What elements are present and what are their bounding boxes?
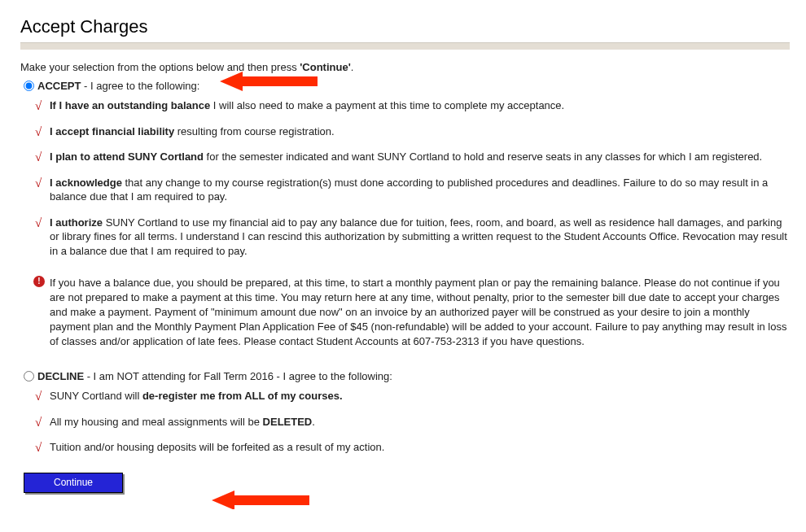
accept-term-5-rest: SUNY Cortland to use my financial aid to… bbox=[50, 216, 787, 257]
instruction-bold: 'Continue' bbox=[300, 61, 351, 73]
checkmark-icon: √ bbox=[35, 439, 42, 456]
accept-term-5-lead: I authorize bbox=[50, 216, 103, 229]
decline-term-2-pre: All my housing and meal assignments will… bbox=[50, 416, 263, 428]
accept-terms-list: √ If I have an outstanding balance I wil… bbox=[35, 98, 790, 258]
balance-notice: ! If you have a balance due, you should … bbox=[35, 276, 790, 349]
accept-option-row[interactable]: ACCEPT - I agree to the following: bbox=[24, 80, 790, 92]
accept-term-1-rest: I will also need to make a payment at th… bbox=[210, 99, 564, 111]
decline-term-2: √ All my housing and meal assignments wi… bbox=[35, 415, 790, 430]
title-divider bbox=[20, 42, 790, 50]
decline-term-2-bold: DELETED bbox=[263, 416, 313, 428]
accept-term-3: √ I plan to attend SUNY Cortland for the… bbox=[35, 150, 790, 164]
accept-radio[interactable] bbox=[24, 81, 34, 91]
accept-term-1: √ If I have an outstanding balance I wil… bbox=[35, 98, 790, 113]
accept-term-3-rest: for the semester indicated and want SUNY… bbox=[204, 150, 762, 163]
accept-term-5: √ I authorize SUNY Cortland to use my fi… bbox=[35, 216, 790, 259]
accept-term-1-lead: If I have an outstanding balance bbox=[50, 99, 210, 111]
decline-radio[interactable] bbox=[24, 371, 34, 382]
checkmark-icon: √ bbox=[35, 414, 42, 430]
accept-term-2-lead: I accept financial liability bbox=[50, 125, 174, 137]
alert-icon: ! bbox=[33, 276, 45, 287]
accept-label-rest: - I agree to the following: bbox=[81, 80, 199, 92]
balance-notice-text: If you have a balance due, you should be… bbox=[50, 277, 786, 347]
accept-term-2-rest: resulting from course registration. bbox=[174, 125, 335, 137]
checkmark-icon: √ bbox=[35, 98, 42, 114]
decline-terms-list: √ SUNY Cortland will de-register me from… bbox=[35, 389, 790, 455]
instruction-prefix: Make your selection from the options bel… bbox=[20, 61, 300, 73]
accept-term-2: √ I accept financial liability resulting… bbox=[35, 124, 790, 139]
decline-term-1-bold: de-register me from ALL of my courses. bbox=[142, 390, 343, 402]
checkmark-icon: √ bbox=[35, 149, 42, 165]
instruction-text: Make your selection from the options bel… bbox=[20, 61, 790, 73]
checkmark-icon: √ bbox=[35, 175, 42, 191]
decline-term-3-pre: Tuition and/or housing deposits will be … bbox=[50, 441, 384, 453]
checkmark-icon: √ bbox=[35, 215, 42, 231]
decline-term-1: √ SUNY Cortland will de-register me from… bbox=[35, 389, 790, 403]
accept-term-3-lead: I plan to attend SUNY Cortland bbox=[50, 150, 204, 163]
accept-label-bold: ACCEPT bbox=[37, 80, 81, 92]
checkmark-icon: √ bbox=[35, 124, 42, 140]
decline-option-row[interactable]: DECLINE - I am NOT attending for Fall Te… bbox=[24, 370, 790, 382]
accept-term-4: √ I acknowledge that any change to my co… bbox=[35, 176, 790, 204]
decline-label-bold: DECLINE bbox=[37, 370, 84, 382]
svg-marker-1 bbox=[212, 491, 309, 509]
accept-option-label: ACCEPT - I agree to the following: bbox=[37, 80, 199, 92]
continue-button[interactable]: Continue bbox=[24, 473, 123, 493]
checkmark-icon: √ bbox=[35, 388, 42, 404]
decline-term-1-pre: SUNY Cortland will bbox=[50, 390, 142, 402]
page-title: Accept Charges bbox=[20, 16, 790, 37]
instruction-suffix: . bbox=[351, 61, 354, 73]
decline-option-label: DECLINE - I am NOT attending for Fall Te… bbox=[37, 370, 392, 382]
accept-term-4-rest: that any change to my course registratio… bbox=[50, 177, 768, 203]
arrow-continue-icon bbox=[212, 488, 309, 509]
decline-label-rest: - I am NOT attending for Fall Term 2016 … bbox=[84, 370, 392, 382]
accept-term-4-lead: I acknowledge bbox=[50, 177, 122, 189]
decline-term-2-post: . bbox=[312, 416, 315, 428]
decline-term-3: √ Tuition and/or housing deposits will b… bbox=[35, 440, 790, 455]
